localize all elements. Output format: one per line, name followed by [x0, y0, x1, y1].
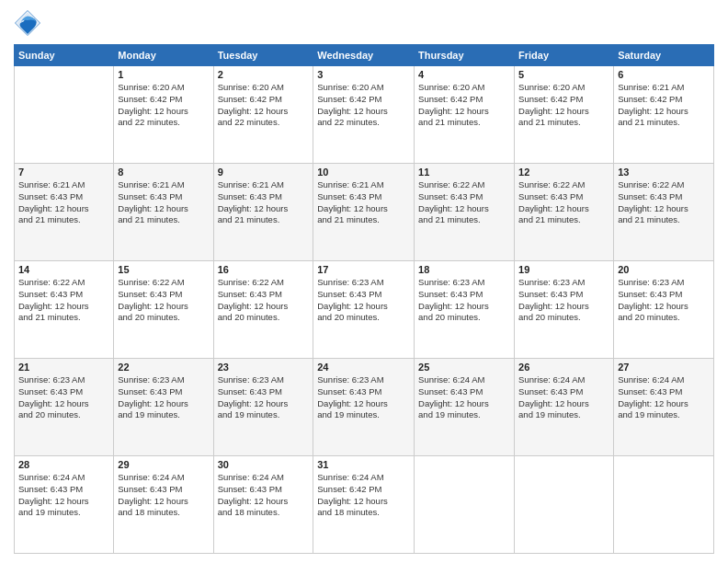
- day-info: Sunrise: 6:23 AM Sunset: 6:43 PM Dayligh…: [618, 277, 710, 324]
- day-number: 14: [18, 264, 109, 275]
- calendar-day-cell: 28Sunrise: 6:24 AM Sunset: 6:43 PM Dayli…: [15, 456, 114, 554]
- day-info: Sunrise: 6:21 AM Sunset: 6:43 PM Dayligh…: [18, 179, 109, 226]
- header: [14, 9, 714, 37]
- day-info: Sunrise: 6:21 AM Sunset: 6:43 PM Dayligh…: [317, 179, 410, 226]
- calendar-day-cell: 9Sunrise: 6:21 AM Sunset: 6:43 PM Daylig…: [213, 164, 313, 261]
- calendar-day-cell: 5Sunrise: 6:20 AM Sunset: 6:42 PM Daylig…: [515, 66, 614, 164]
- day-info: Sunrise: 6:22 AM Sunset: 6:43 PM Dayligh…: [618, 179, 710, 226]
- calendar-day-cell: 7Sunrise: 6:21 AM Sunset: 6:43 PM Daylig…: [15, 164, 114, 261]
- logo: [14, 9, 45, 37]
- calendar-day-cell: [15, 66, 114, 164]
- calendar-day-cell: 29Sunrise: 6:24 AM Sunset: 6:43 PM Dayli…: [114, 456, 213, 554]
- calendar-day-cell: 4Sunrise: 6:20 AM Sunset: 6:42 PM Daylig…: [415, 66, 515, 164]
- calendar-day-header: Friday: [515, 45, 614, 66]
- calendar-day-cell: 10Sunrise: 6:21 AM Sunset: 6:43 PM Dayli…: [313, 164, 415, 261]
- day-number: 20: [618, 264, 710, 275]
- calendar-day-cell: 24Sunrise: 6:23 AM Sunset: 6:43 PM Dayli…: [313, 359, 415, 456]
- calendar-day-cell: 13Sunrise: 6:22 AM Sunset: 6:43 PM Dayli…: [614, 164, 714, 261]
- day-info: Sunrise: 6:24 AM Sunset: 6:43 PM Dayligh…: [218, 472, 310, 519]
- day-number: 31: [317, 459, 410, 470]
- calendar-header-row: SundayMondayTuesdayWednesdayThursdayFrid…: [15, 45, 714, 66]
- day-number: 5: [518, 69, 609, 80]
- calendar-day-header: Thursday: [415, 45, 515, 66]
- day-number: 1: [118, 69, 209, 80]
- day-info: Sunrise: 6:23 AM Sunset: 6:43 PM Dayligh…: [218, 374, 310, 421]
- calendar-week-row: 14Sunrise: 6:22 AM Sunset: 6:43 PM Dayli…: [15, 261, 714, 359]
- day-info: Sunrise: 6:22 AM Sunset: 6:43 PM Dayligh…: [518, 179, 609, 226]
- day-number: 30: [218, 459, 310, 470]
- day-info: Sunrise: 6:23 AM Sunset: 6:43 PM Dayligh…: [317, 374, 410, 421]
- day-number: 16: [218, 264, 310, 275]
- calendar-day-cell: 27Sunrise: 6:24 AM Sunset: 6:43 PM Dayli…: [614, 359, 714, 456]
- calendar-day-cell: 6Sunrise: 6:21 AM Sunset: 6:42 PM Daylig…: [614, 66, 714, 164]
- calendar-day-cell: 26Sunrise: 6:24 AM Sunset: 6:43 PM Dayli…: [515, 359, 614, 456]
- page: SundayMondayTuesdayWednesdayThursdayFrid…: [0, 0, 728, 563]
- day-info: Sunrise: 6:22 AM Sunset: 6:43 PM Dayligh…: [218, 277, 310, 324]
- calendar-day-cell: 19Sunrise: 6:23 AM Sunset: 6:43 PM Dayli…: [515, 261, 614, 359]
- calendar-day-cell: 30Sunrise: 6:24 AM Sunset: 6:43 PM Dayli…: [213, 456, 313, 554]
- day-info: Sunrise: 6:23 AM Sunset: 6:43 PM Dayligh…: [317, 277, 410, 324]
- calendar-day-cell: [415, 456, 515, 554]
- day-info: Sunrise: 6:23 AM Sunset: 6:43 PM Dayligh…: [418, 277, 510, 324]
- calendar-day-header: Monday: [114, 45, 213, 66]
- calendar-day-header: Sunday: [15, 45, 114, 66]
- calendar-day-cell: 12Sunrise: 6:22 AM Sunset: 6:43 PM Dayli…: [515, 164, 614, 261]
- calendar-day-cell: 25Sunrise: 6:24 AM Sunset: 6:43 PM Dayli…: [415, 359, 515, 456]
- day-info: Sunrise: 6:22 AM Sunset: 6:43 PM Dayligh…: [418, 179, 510, 226]
- day-number: 25: [418, 362, 510, 373]
- day-number: 28: [18, 459, 109, 470]
- calendar-day-header: Tuesday: [213, 45, 313, 66]
- day-number: 3: [317, 69, 410, 80]
- calendar-week-row: 21Sunrise: 6:23 AM Sunset: 6:43 PM Dayli…: [15, 359, 714, 456]
- calendar-day-cell: 23Sunrise: 6:23 AM Sunset: 6:43 PM Dayli…: [213, 359, 313, 456]
- day-number: 29: [118, 459, 209, 470]
- calendar-week-row: 1Sunrise: 6:20 AM Sunset: 6:42 PM Daylig…: [15, 66, 714, 164]
- day-number: 26: [518, 362, 609, 373]
- calendar-day-cell: 18Sunrise: 6:23 AM Sunset: 6:43 PM Dayli…: [415, 261, 515, 359]
- calendar-day-cell: 31Sunrise: 6:24 AM Sunset: 6:42 PM Dayli…: [313, 456, 415, 554]
- calendar-day-cell: 3Sunrise: 6:20 AM Sunset: 6:42 PM Daylig…: [313, 66, 415, 164]
- day-info: Sunrise: 6:21 AM Sunset: 6:43 PM Dayligh…: [218, 179, 310, 226]
- calendar-day-header: Saturday: [614, 45, 714, 66]
- day-info: Sunrise: 6:23 AM Sunset: 6:43 PM Dayligh…: [18, 374, 109, 421]
- calendar-week-row: 7Sunrise: 6:21 AM Sunset: 6:43 PM Daylig…: [15, 164, 714, 261]
- day-info: Sunrise: 6:22 AM Sunset: 6:43 PM Dayligh…: [118, 277, 209, 324]
- day-info: Sunrise: 6:21 AM Sunset: 6:43 PM Dayligh…: [118, 179, 209, 226]
- calendar-day-cell: 21Sunrise: 6:23 AM Sunset: 6:43 PM Dayli…: [15, 359, 114, 456]
- calendar-day-cell: 20Sunrise: 6:23 AM Sunset: 6:43 PM Dayli…: [614, 261, 714, 359]
- day-number: 17: [317, 264, 410, 275]
- day-info: Sunrise: 6:24 AM Sunset: 6:43 PM Dayligh…: [618, 374, 710, 421]
- day-number: 13: [618, 167, 710, 178]
- calendar-day-cell: 22Sunrise: 6:23 AM Sunset: 6:43 PM Dayli…: [114, 359, 213, 456]
- day-info: Sunrise: 6:20 AM Sunset: 6:42 PM Dayligh…: [518, 82, 609, 129]
- day-number: 9: [218, 167, 310, 178]
- day-info: Sunrise: 6:23 AM Sunset: 6:43 PM Dayligh…: [518, 277, 609, 324]
- day-info: Sunrise: 6:24 AM Sunset: 6:43 PM Dayligh…: [518, 374, 609, 421]
- calendar-day-cell: 2Sunrise: 6:20 AM Sunset: 6:42 PM Daylig…: [213, 66, 313, 164]
- calendar-day-cell: [515, 456, 614, 554]
- day-info: Sunrise: 6:22 AM Sunset: 6:43 PM Dayligh…: [18, 277, 109, 324]
- day-number: 12: [518, 167, 609, 178]
- day-info: Sunrise: 6:24 AM Sunset: 6:42 PM Dayligh…: [317, 472, 410, 519]
- day-number: 18: [418, 264, 510, 275]
- calendar-day-cell: 1Sunrise: 6:20 AM Sunset: 6:42 PM Daylig…: [114, 66, 213, 164]
- calendar-day-cell: 11Sunrise: 6:22 AM Sunset: 6:43 PM Dayli…: [415, 164, 515, 261]
- day-info: Sunrise: 6:21 AM Sunset: 6:42 PM Dayligh…: [618, 82, 710, 129]
- calendar-day-cell: [614, 456, 714, 554]
- calendar-day-header: Wednesday: [313, 45, 415, 66]
- day-number: 2: [218, 69, 310, 80]
- calendar-week-row: 28Sunrise: 6:24 AM Sunset: 6:43 PM Dayli…: [15, 456, 714, 554]
- day-number: 19: [518, 264, 609, 275]
- day-info: Sunrise: 6:20 AM Sunset: 6:42 PM Dayligh…: [317, 82, 410, 129]
- day-number: 15: [118, 264, 209, 275]
- day-info: Sunrise: 6:24 AM Sunset: 6:43 PM Dayligh…: [18, 472, 109, 519]
- day-number: 24: [317, 362, 410, 373]
- day-number: 27: [618, 362, 710, 373]
- day-number: 22: [118, 362, 209, 373]
- day-number: 23: [218, 362, 310, 373]
- day-info: Sunrise: 6:20 AM Sunset: 6:42 PM Dayligh…: [218, 82, 310, 129]
- calendar-day-cell: 15Sunrise: 6:22 AM Sunset: 6:43 PM Dayli…: [114, 261, 213, 359]
- day-number: 21: [18, 362, 109, 373]
- calendar-day-cell: 17Sunrise: 6:23 AM Sunset: 6:43 PM Dayli…: [313, 261, 415, 359]
- calendar-table: SundayMondayTuesdayWednesdayThursdayFrid…: [14, 44, 714, 554]
